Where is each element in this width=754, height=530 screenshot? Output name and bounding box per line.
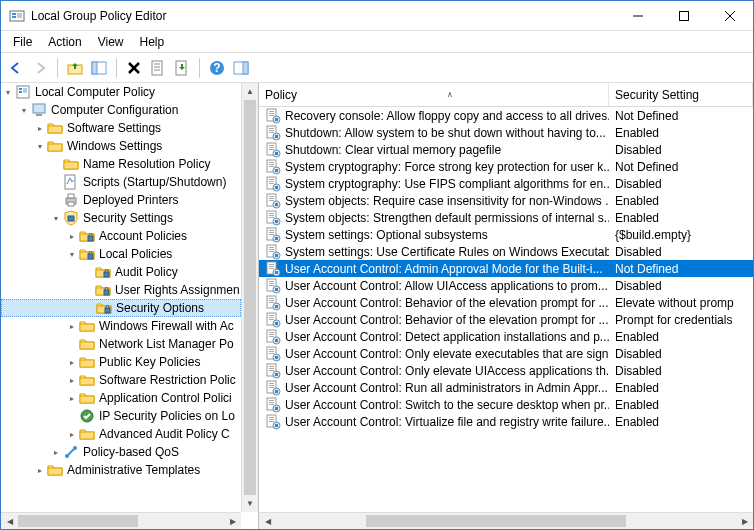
scroll-thumb[interactable] <box>366 515 626 527</box>
list-row[interactable]: User Account Control: Behavior of the el… <box>259 311 753 328</box>
scroll-up-button[interactable]: ▲ <box>242 83 258 100</box>
expand-toggle-icon[interactable] <box>65 337 79 351</box>
tree-item[interactable]: ▸Policy-based QoS <box>1 443 241 461</box>
show-hide-action-pane-button[interactable] <box>230 57 252 79</box>
list-row[interactable]: User Account Control: Switch to the secu… <box>259 396 753 413</box>
expand-toggle-icon[interactable]: ▸ <box>65 319 79 333</box>
tree-item[interactable]: Audit Policy <box>1 263 241 281</box>
tree-item[interactable]: Security Options <box>1 299 241 317</box>
tree-item[interactable]: Scripts (Startup/Shutdown) <box>1 173 241 191</box>
scroll-down-button[interactable]: ▼ <box>242 495 258 512</box>
menu-help[interactable]: Help <box>132 33 173 51</box>
sort-indicator-icon: ∧ <box>447 90 453 99</box>
tree-item[interactable]: ▾Local Computer Policy <box>1 83 241 101</box>
list-row[interactable]: System settings: Use Certificate Rules o… <box>259 243 753 260</box>
svg-rect-156 <box>269 387 274 388</box>
list-row[interactable]: User Account Control: Allow UIAccess app… <box>259 277 753 294</box>
list-row[interactable]: Recovery console: Allow floppy copy and … <box>259 107 753 124</box>
menu-action[interactable]: Action <box>40 33 89 51</box>
list-row[interactable]: User Account Control: Detect application… <box>259 328 753 345</box>
list-row[interactable]: Shutdown: Allow system to be shut down w… <box>259 124 753 141</box>
tree-item[interactable]: ▾Local Policies <box>1 245 241 263</box>
tree-item[interactable]: ▾Windows Settings <box>1 137 241 155</box>
maximize-button[interactable] <box>661 1 707 31</box>
expand-toggle-icon[interactable] <box>65 409 79 423</box>
tree-item[interactable]: User Rights Assignmen <box>1 281 241 299</box>
up-button[interactable] <box>64 57 86 79</box>
svg-rect-100 <box>269 230 274 231</box>
scroll-right-button[interactable]: ▶ <box>736 513 753 529</box>
expand-toggle-icon[interactable]: ▸ <box>65 373 79 387</box>
policy-cell: User Account Control: Virtualize file an… <box>259 414 609 430</box>
tree-item[interactable]: ▸Software Settings <box>1 119 241 137</box>
forward-button[interactable] <box>29 57 51 79</box>
back-button[interactable] <box>5 57 27 79</box>
expand-toggle-icon[interactable] <box>81 283 95 297</box>
list-row[interactable]: System objects: Require case insensitivi… <box>259 192 753 209</box>
expand-toggle-icon[interactable]: ▾ <box>49 211 63 225</box>
menu-file[interactable]: File <box>5 33 40 51</box>
tree-item[interactable]: ▸Account Policies <box>1 227 241 245</box>
tree-item[interactable]: Network List Manager Po <box>1 335 241 353</box>
tree-item[interactable]: ▾Security Settings <box>1 209 241 227</box>
scroll-right-button[interactable]: ▶ <box>224 513 241 529</box>
scroll-left-button[interactable]: ◀ <box>259 513 276 529</box>
expand-toggle-icon[interactable]: ▸ <box>65 427 79 441</box>
expand-toggle-icon[interactable]: ▸ <box>65 391 79 405</box>
expand-toggle-icon[interactable]: ▸ <box>65 229 79 243</box>
expand-toggle-icon[interactable] <box>49 157 63 171</box>
tree-item[interactable]: ▸Application Control Polici <box>1 389 241 407</box>
column-header-policy[interactable]: Policy ∧ <box>259 83 609 106</box>
list-row[interactable]: User Account Control: Only elevate execu… <box>259 345 753 362</box>
scroll-left-button[interactable]: ◀ <box>1 513 18 529</box>
show-hide-tree-button[interactable] <box>88 57 110 79</box>
export-list-button[interactable] <box>171 57 193 79</box>
list-row[interactable]: System cryptography: Force strong key pr… <box>259 158 753 175</box>
list-row[interactable]: System settings: Optional subsystems{$bu… <box>259 226 753 243</box>
tree-item[interactable]: ▸Windows Firewall with Ac <box>1 317 241 335</box>
expand-toggle-icon[interactable] <box>49 175 63 189</box>
delete-button[interactable] <box>123 57 145 79</box>
expand-toggle-icon[interactable]: ▾ <box>1 85 15 99</box>
list-row[interactable]: User Account Control: Run all administra… <box>259 379 753 396</box>
list-horizontal-scrollbar[interactable]: ◀ ▶ <box>259 512 753 529</box>
expand-toggle-icon[interactable]: ▸ <box>65 355 79 369</box>
list-row[interactable]: User Account Control: Behavior of the el… <box>259 294 753 311</box>
tree-item[interactable]: ▾Computer Configuration <box>1 101 241 119</box>
expand-toggle-icon[interactable] <box>82 301 96 315</box>
menu-view[interactable]: View <box>90 33 132 51</box>
close-button[interactable] <box>707 1 753 31</box>
expand-toggle-icon[interactable]: ▸ <box>49 445 63 459</box>
column-header-security-setting[interactable]: Security Setting <box>609 83 753 106</box>
list-row[interactable]: Shutdown: Clear virtual memory pagefileD… <box>259 141 753 158</box>
list-row[interactable]: User Account Control: Virtualize file an… <box>259 413 753 430</box>
expand-toggle-icon[interactable]: ▸ <box>33 121 47 135</box>
expand-toggle-icon[interactable] <box>81 265 95 279</box>
expand-toggle-icon[interactable]: ▾ <box>17 103 31 117</box>
list-row[interactable]: System objects: Strengthen default permi… <box>259 209 753 226</box>
tree-item[interactable]: ▸Public Key Policies <box>1 353 241 371</box>
expand-toggle-icon[interactable]: ▾ <box>33 139 47 153</box>
properties-button[interactable] <box>147 57 169 79</box>
list-row[interactable]: System cryptography: Use FIPS compliant … <box>259 175 753 192</box>
tree-item[interactable]: ▸Software Restriction Polic <box>1 371 241 389</box>
scroll-thumb[interactable] <box>18 515 138 527</box>
tree-item[interactable]: Name Resolution Policy <box>1 155 241 173</box>
tree-item[interactable]: ▸Administrative Templates <box>1 461 241 479</box>
expand-toggle-icon[interactable] <box>49 193 63 207</box>
list-body[interactable]: Recovery console: Allow floppy copy and … <box>259 107 753 512</box>
scroll-thumb[interactable] <box>244 100 256 495</box>
expand-toggle-icon[interactable]: ▾ <box>65 247 79 261</box>
tree-horizontal-scrollbar[interactable]: ◀ ▶ <box>1 512 241 529</box>
list-row[interactable]: User Account Control: Only elevate UIAcc… <box>259 362 753 379</box>
tree-vertical-scrollbar[interactable]: ▲ ▼ <box>241 83 258 512</box>
tree-item[interactable]: Deployed Printers <box>1 191 241 209</box>
minimize-button[interactable] <box>615 1 661 31</box>
tree-item[interactable]: IP Security Policies on Lo <box>1 407 241 425</box>
help-button[interactable]: ? <box>206 57 228 79</box>
scroll-track[interactable] <box>276 513 736 529</box>
tree-item[interactable]: ▸Advanced Audit Policy C <box>1 425 241 443</box>
tree[interactable]: ▾Local Computer Policy▾Computer Configur… <box>1 83 241 512</box>
list-row[interactable]: User Account Control: Admin Approval Mod… <box>259 260 753 277</box>
expand-toggle-icon[interactable]: ▸ <box>33 463 47 477</box>
